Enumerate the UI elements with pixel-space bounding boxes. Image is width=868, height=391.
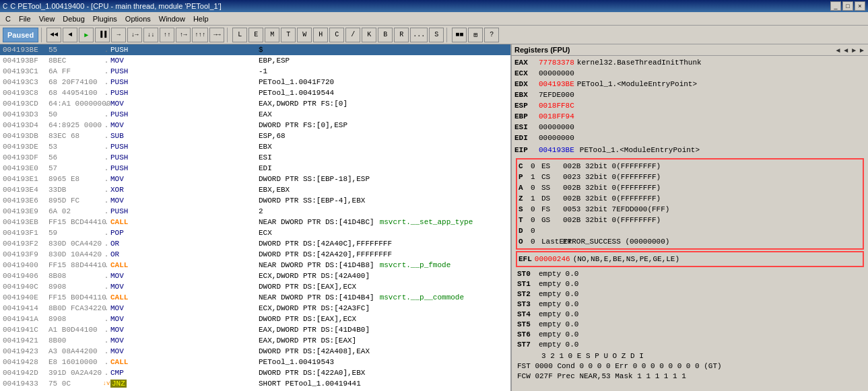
- table-row[interactable]: 004193C368 20F74100.PUSHPETool_1.0041F72…: [0, 77, 510, 87]
- efl-value[interactable]: 00000246: [535, 255, 570, 263]
- reg-nav-right1[interactable]: ►: [850, 46, 857, 54]
- table-row[interactable]: 004193E6895D FC.MOVDWORD PTR SS:[EBP-4],…: [0, 195, 510, 206]
- table-row[interactable]: 004193E96A 02.PUSH2: [0, 206, 510, 217]
- rewind-button[interactable]: ◄◄: [46, 28, 61, 42]
- reg-value[interactable]: 0018FF94: [539, 112, 574, 120]
- run-button[interactable]: ▶: [79, 28, 94, 42]
- reg-value[interactable]: 00000000: [539, 134, 574, 142]
- run-to-cursor[interactable]: ↑↑: [160, 28, 174, 42]
- menu-options[interactable]: Options: [121, 13, 155, 24]
- btn-w[interactable]: W: [297, 28, 312, 42]
- flag-value[interactable]: 0: [531, 238, 539, 246]
- table-row[interactable]: 004193C868 44954100.PUSHPETool_1.0041954…: [0, 87, 510, 98]
- table-row[interactable]: 004193E433DB.XOREBX,EBX: [0, 184, 510, 195]
- table-row[interactable]: 004193CD64:A1 00000000.MOVEAX,DWORD PTR …: [0, 98, 510, 109]
- disasm-operands: ESP,68: [259, 132, 510, 140]
- btn-k[interactable]: K: [362, 28, 376, 42]
- trace-back[interactable]: →→: [209, 28, 224, 42]
- animate-over[interactable]: ↑↑↑: [192, 28, 208, 42]
- eip-value[interactable]: 004193BE: [539, 146, 574, 154]
- reg-value[interactable]: 7EFDE000: [539, 91, 574, 99]
- flag-value[interactable]: 1: [531, 173, 539, 181]
- pause-button[interactable]: ▐▐: [95, 28, 110, 42]
- disasm-addr: 004193E6: [0, 197, 48, 205]
- btn-grid[interactable]: ■■: [452, 28, 467, 42]
- table-row[interactable]: 0041940EFF15 B0D44110.CALLNEAR DWORD PTR…: [0, 292, 510, 303]
- btn-m[interactable]: M: [265, 28, 279, 42]
- title-bar: C C PETool_1.00419400 - [CPU - main thre…: [0, 0, 868, 12]
- table-row[interactable]: 0041940C8908.MOVDWORD PTR DS:[EAX],ECX: [0, 281, 510, 292]
- step-over-button[interactable]: ↓→: [127, 28, 142, 42]
- btn-r[interactable]: R: [394, 28, 409, 42]
- btn-h[interactable]: H: [313, 28, 328, 42]
- table-row[interactable]: 004193D464:8925 0000.MOVDWORD PTR FS:[0]…: [0, 120, 510, 131]
- menu-plugins[interactable]: Plugins: [89, 13, 121, 24]
- disasm-operands: EBP,ESP: [259, 57, 510, 65]
- table-row[interactable]: 004193F2830D 0CA4420.ORDWORD PTR DS:[42A…: [0, 238, 510, 249]
- table-row[interactable]: 004193DF56.PUSHESI: [0, 152, 510, 163]
- btn-c[interactable]: C: [329, 28, 344, 42]
- table-row[interactable]: 0041943375 0C↓vJNZSHORT PETool_1.0041944…: [0, 378, 510, 389]
- table-row[interactable]: 004193C16A FF.PUSH-1: [0, 66, 510, 77]
- menu-help[interactable]: Help: [189, 13, 213, 24]
- btn-b[interactable]: B: [378, 28, 393, 42]
- table-row[interactable]: 004193EBFF15 BCD44410.CALLNEAR DWORD PTR…: [0, 217, 510, 227]
- btn-grid2[interactable]: ⊞: [468, 28, 483, 42]
- reg-value[interactable]: 0018FF8C: [539, 102, 574, 110]
- menu-window[interactable]: Window: [155, 13, 189, 24]
- title-bar-left: C C PETool_1.00419400 - [CPU - main thre…: [3, 2, 222, 10]
- menu-c[interactable]: C: [1, 13, 15, 24]
- table-row[interactable]: 004193D350.PUSHEAX: [0, 109, 510, 120]
- animate-into[interactable]: ↑→: [176, 28, 191, 42]
- table-row[interactable]: 004194218B00.MOVEAX,DWORD PTR DS:[EAX]: [0, 335, 510, 346]
- step-into-button[interactable]: →: [111, 28, 126, 42]
- btn-s[interactable]: S: [429, 28, 444, 42]
- menu-file[interactable]: File: [15, 13, 35, 24]
- reg-nav-right2[interactable]: ►: [859, 46, 865, 54]
- reg-value[interactable]: 00000000: [539, 69, 574, 77]
- flag-value[interactable]: 1: [531, 194, 539, 203]
- reg-nav-left1[interactable]: ◄: [834, 46, 841, 54]
- step-back-button[interactable]: ◄: [63, 28, 77, 42]
- table-row[interactable]: 004193E057.PUSHEDI: [0, 163, 510, 174]
- table-row[interactable]: 004193F159.POPECX: [0, 227, 510, 238]
- menu-debug[interactable]: Debug: [59, 13, 88, 24]
- table-row[interactable]: 004194148B0D FCA34220.MOVECX,DWORD PTR D…: [0, 303, 510, 314]
- btn-help[interactable]: ?: [484, 28, 499, 42]
- table-row[interactable]: 00419428E8 16010000.CALLPETool_1.0041954…: [0, 357, 510, 367]
- table-row[interactable]: 0041942D391D 0A2A420.CMPDWORD PTR DS:[42…: [0, 367, 510, 378]
- btn-dots[interactable]: ...: [410, 28, 428, 42]
- reg-nav-left2[interactable]: ◄: [842, 46, 849, 54]
- table-row[interactable]: 004193DE53.PUSHEBX: [0, 141, 510, 152]
- table-row[interactable]: 00419400FF15 88D44410.CALLNEAR DWORD PTR…: [0, 260, 510, 271]
- table-row[interactable]: 004193F9830D 10A4420.ORDWORD PTR DS:[42A…: [0, 249, 510, 260]
- reg-value[interactable]: 004193BE: [539, 80, 574, 88]
- btn-t[interactable]: T: [281, 28, 296, 42]
- table-row[interactable]: 00419423A3 08A44200.MOVDWORD PTR DS:[42A…: [0, 346, 510, 357]
- flag-value[interactable]: 0: [531, 205, 539, 213]
- table-row[interactable]: 0041941CA1 B0D44100.MOVEAX,DWORD PTR DS:…: [0, 324, 510, 335]
- reg-value[interactable]: 00000000: [539, 123, 574, 131]
- minimize-button[interactable]: _: [830, 1, 841, 11]
- btn-l[interactable]: L: [232, 28, 247, 42]
- flag-value[interactable]: 0: [531, 184, 539, 192]
- reg-value[interactable]: 77783378: [539, 59, 574, 67]
- btn-e[interactable]: E: [248, 28, 263, 42]
- close-button[interactable]: ×: [855, 1, 865, 11]
- flag-value[interactable]: 0: [531, 216, 539, 224]
- table-row[interactable]: 004193BE55.PUSH$: [0, 44, 510, 55]
- table-row[interactable]: 004193DB83EC 68.SUBESP,68: [0, 131, 510, 141]
- title-bar-right[interactable]: _ □ ×: [830, 1, 865, 11]
- maximize-button[interactable]: □: [842, 1, 853, 11]
- table-row[interactable]: 004194068B08.MOVECX,DWORD PTR DS:[42A400…: [0, 271, 510, 281]
- table-row[interactable]: 004193BF8BEC.MOVEBP,ESP: [0, 55, 510, 66]
- flag-value[interactable]: 0: [531, 162, 539, 170]
- btn-slash[interactable]: /: [345, 28, 360, 42]
- table-row[interactable]: 004193E18965 E8.MOVDWORD PTR SS:[EBP-18]…: [0, 174, 510, 184]
- step-out-button[interactable]: ↓↓: [143, 28, 158, 42]
- menu-view[interactable]: View: [35, 13, 59, 24]
- paused-button[interactable]: Paused: [3, 28, 38, 42]
- table-row[interactable]: 0041941A8908.MOVDWORD PTR DS:[EAX],ECX: [0, 314, 510, 324]
- disasm-mnemonic: MOV: [110, 283, 259, 291]
- flag-value[interactable]: 0: [531, 227, 539, 235]
